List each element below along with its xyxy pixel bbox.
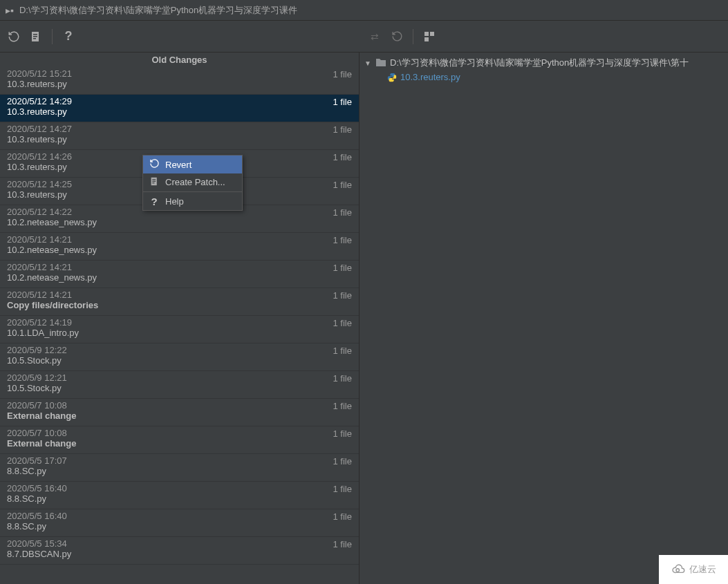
change-item-time: 2020/5/7 10:08 bbox=[7, 400, 76, 411]
folder-icon bbox=[375, 57, 386, 69]
change-item-count: 1 file bbox=[333, 346, 352, 356]
context-revert[interactable]: Revert bbox=[143, 156, 242, 173]
group-button[interactable] bbox=[420, 27, 439, 46]
change-item-left: 2020/5/5 15:348.7.DBSCAN.py bbox=[7, 538, 71, 559]
change-item[interactable]: 2020/5/7 10:08External change1 file bbox=[0, 399, 359, 426]
watermark-text: 亿速云 bbox=[689, 563, 716, 576]
change-item[interactable]: 2020/5/9 12:2110.5.Stock.py1 file bbox=[0, 371, 359, 399]
change-item-time: 2020/5/12 14:27 bbox=[7, 124, 72, 134]
change-item-title: 10.2.netease_news.py bbox=[7, 217, 97, 227]
change-item-left: 2020/5/7 10:08External change bbox=[7, 428, 76, 449]
context-menu: Revert Create Patch... ? Help bbox=[142, 155, 243, 211]
change-item-time: 2020/5/9 12:22 bbox=[7, 345, 67, 355]
change-item-title: External change bbox=[7, 411, 76, 421]
change-item-count: 1 file bbox=[333, 539, 352, 549]
header-path: D:\学习资料\微信学习资料\陆家嘴学堂Python机器学习与深度学习课件 bbox=[19, 4, 297, 17]
toolbar-separator bbox=[52, 29, 53, 44]
revert-button[interactable] bbox=[4, 27, 24, 46]
main-area: Old Changes 2020/5/12 15:2110.3.reuters.… bbox=[0, 53, 728, 584]
tree-root[interactable]: ▼ D:\学习资料\微信学习资料\陆家嘴学堂Python机器学习与深度学习课件\… bbox=[364, 55, 724, 70]
change-item-time: 2020/5/12 15:21 bbox=[7, 68, 72, 79]
change-item[interactable]: 2020/5/5 16:408.8.SC.py1 file bbox=[0, 509, 359, 537]
svg-rect-10 bbox=[152, 182, 154, 183]
changes-list: 2020/5/12 15:2110.3.reuters.py1 file2020… bbox=[0, 67, 359, 565]
patch-icon bbox=[149, 176, 160, 188]
context-create-patch[interactable]: Create Patch... bbox=[143, 173, 242, 191]
change-item[interactable]: 2020/5/12 14:21Copy files/directories1 f… bbox=[0, 288, 359, 316]
pin-icon[interactable]: ▸▪ bbox=[6, 5, 14, 16]
context-revert-label: Revert bbox=[165, 160, 192, 170]
change-item-left: 2020/5/5 17:078.8.SC.py bbox=[7, 455, 67, 476]
undo-icon bbox=[149, 158, 160, 171]
panel-header: Old Changes bbox=[0, 53, 359, 67]
change-item-left: 2020/5/12 14:2110.2.netease_news.py bbox=[7, 234, 97, 255]
change-item-left: 2020/5/12 14:2610.3.reuters.py bbox=[7, 151, 72, 172]
group-icon bbox=[424, 31, 435, 42]
change-item-left: 2020/5/12 14:1910.1.LDA_intro.py bbox=[7, 317, 79, 338]
change-item[interactable]: 2020/5/12 14:2710.3.reuters.py1 file bbox=[0, 122, 359, 150]
help-icon: ? bbox=[65, 29, 73, 44]
watermark: 亿速云 bbox=[659, 555, 728, 584]
change-item-time: 2020/5/12 14:29 bbox=[7, 96, 72, 106]
change-item-count: 1 file bbox=[333, 456, 352, 467]
change-item-count: 1 file bbox=[333, 152, 352, 162]
change-item[interactable]: 2020/5/12 14:2110.2.netease_news.py1 fil… bbox=[0, 233, 359, 261]
change-item-title: 10.3.reuters.py bbox=[7, 79, 72, 89]
svg-rect-3 bbox=[33, 38, 36, 39]
changes-panel[interactable]: Old Changes 2020/5/12 15:2110.3.reuters.… bbox=[0, 53, 360, 584]
change-item[interactable]: 2020/5/12 14:1910.1.LDA_intro.py1 file bbox=[0, 316, 359, 343]
change-item-title: 10.2.netease_news.py bbox=[7, 245, 97, 255]
tree-root-path: D:\学习资料\微信学习资料\陆家嘴学堂Python机器学习与深度学习课件\第十 bbox=[390, 57, 689, 69]
change-item-title: 10.1.LDA_intro.py bbox=[7, 328, 79, 338]
chevron-down-icon[interactable]: ▼ bbox=[364, 59, 372, 67]
revert-right-button[interactable] bbox=[387, 27, 407, 46]
change-item-title: 10.5.Stock.py bbox=[7, 383, 67, 393]
help-icon: ? bbox=[149, 196, 160, 207]
diff-button[interactable]: ⇄ bbox=[365, 27, 384, 46]
change-item-title: External change bbox=[7, 438, 76, 449]
toolbar-left: ? bbox=[0, 27, 361, 46]
change-item-time: 2020/5/12 14:21 bbox=[7, 290, 98, 300]
change-item[interactable]: 2020/5/9 12:2210.5.Stock.py1 file bbox=[0, 343, 359, 371]
diff-icon: ⇄ bbox=[371, 31, 379, 42]
change-item-time: 2020/5/12 14:21 bbox=[7, 262, 97, 272]
change-item-left: 2020/5/5 16:408.8.SC.py bbox=[7, 511, 67, 531]
svg-rect-5 bbox=[430, 32, 434, 36]
toolbar-separator bbox=[413, 29, 413, 44]
change-item-left: 2020/5/12 14:2710.3.reuters.py bbox=[7, 124, 72, 144]
change-item[interactable]: 2020/5/5 15:348.7.DBSCAN.py1 file bbox=[0, 537, 359, 565]
change-item-title: 10.3.reuters.py bbox=[7, 189, 72, 200]
help-button[interactable]: ? bbox=[59, 27, 78, 46]
svg-rect-8 bbox=[152, 179, 156, 180]
change-item-title: 8.8.SC.py bbox=[7, 493, 67, 504]
change-item[interactable]: 2020/5/7 10:08External change1 file bbox=[0, 426, 359, 454]
change-item-left: 2020/5/12 14:2110.2.netease_news.py bbox=[7, 262, 97, 283]
change-item[interactable]: 2020/5/12 15:2110.3.reuters.py1 file bbox=[0, 67, 359, 95]
change-item-left: 2020/5/12 15:2110.3.reuters.py bbox=[7, 68, 72, 89]
change-item[interactable]: 2020/5/5 16:408.8.SC.py1 file bbox=[0, 482, 359, 509]
change-item-count: 1 file bbox=[333, 511, 352, 522]
change-item[interactable]: 2020/5/5 17:078.8.SC.py1 file bbox=[0, 454, 359, 482]
svg-rect-9 bbox=[152, 181, 156, 182]
change-item-count: 1 file bbox=[333, 124, 352, 135]
change-item-title: 10.2.netease_news.py bbox=[7, 272, 97, 283]
change-item-left: 2020/5/12 14:2210.2.netease_news.py bbox=[7, 207, 97, 227]
change-item-count: 1 file bbox=[333, 401, 352, 411]
change-item-title: 10.3.reuters.py bbox=[7, 106, 72, 117]
change-item-title: 10.3.reuters.py bbox=[7, 162, 72, 172]
change-item-left: 2020/5/12 14:2510.3.reuters.py bbox=[7, 179, 72, 200]
context-help-label: Help bbox=[165, 196, 184, 207]
context-help[interactable]: ? Help bbox=[143, 193, 242, 210]
tree-panel: ▼ D:\学习资料\微信学习资料\陆家嘴学堂Python机器学习与深度学习课件\… bbox=[360, 53, 728, 584]
python-icon bbox=[387, 73, 397, 82]
tree-file[interactable]: 10.3.reuters.py bbox=[364, 70, 724, 84]
change-item[interactable]: 2020/5/12 14:2110.2.netease_news.py1 fil… bbox=[0, 261, 359, 288]
create-patch-button[interactable] bbox=[26, 27, 46, 46]
change-item-left: 2020/5/9 12:2210.5.Stock.py bbox=[7, 345, 67, 366]
change-item[interactable]: 2020/5/12 14:2910.3.reuters.py1 file bbox=[0, 95, 359, 122]
change-item-count: 1 file bbox=[333, 69, 352, 79]
change-item-time: 2020/5/12 14:26 bbox=[7, 151, 72, 162]
change-item-time: 2020/5/5 16:40 bbox=[7, 483, 67, 493]
tree-file-name: 10.3.reuters.py bbox=[400, 72, 460, 82]
change-item-title: 8.8.SC.py bbox=[7, 466, 67, 476]
